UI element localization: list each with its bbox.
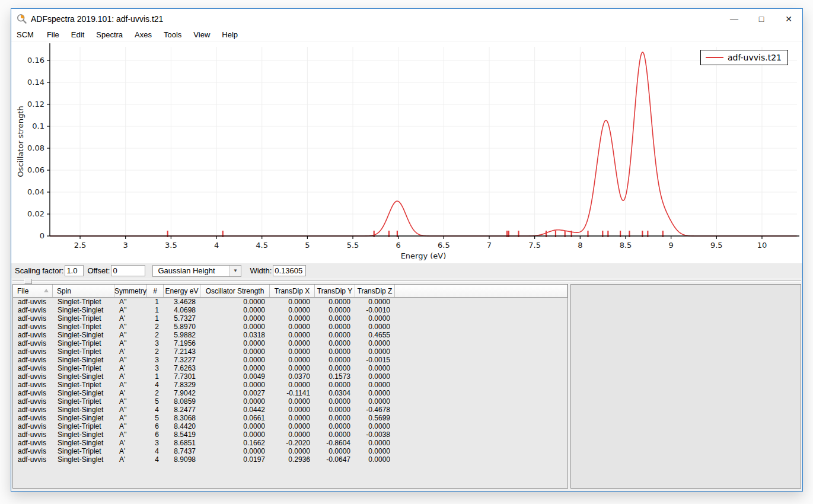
cell-energy-ev: 4.0698 <box>164 306 200 314</box>
column-header-symmetry[interactable]: Symmetry <box>114 285 147 297</box>
cell-energy-ev: 5.8970 <box>164 323 200 331</box>
cell-oscillator-strength: 0.0000 <box>200 298 270 306</box>
column-header--[interactable]: # <box>147 285 164 297</box>
minimize-button[interactable]: — <box>720 9 748 28</box>
column-header-spin[interactable]: Spin <box>53 285 114 297</box>
table-row[interactable]: adf-uvvisSinglet-TripletA'48.74370.00000… <box>13 447 567 455</box>
table-header-row: FileSpinSymmetry#Energy eVOscillator Str… <box>13 285 567 298</box>
cell-spin: Singlet-Triplet <box>53 339 114 347</box>
window-title: ADFspectra 2019.101: adf-uvvis.t21 <box>31 14 163 24</box>
cell--: 1 <box>147 372 164 381</box>
cell-spin: Singlet-Singlet <box>53 414 114 422</box>
table-row[interactable]: adf-uvvisSinglet-SingletA'48.90980.01970… <box>13 455 567 464</box>
close-button[interactable]: ✕ <box>775 9 802 28</box>
cell-file: adf-uvvis <box>13 447 53 455</box>
column-header-energy-ev[interactable]: Energy eV <box>164 285 200 297</box>
column-header-oscillator-strength[interactable]: Oscillator Strength <box>200 285 270 297</box>
offset-input[interactable] <box>111 265 145 276</box>
broadening-mode-combobox[interactable]: Gaussian Height ▼ <box>152 265 241 277</box>
width-input[interactable] <box>273 265 306 276</box>
cell-energy-ev: 8.6851 <box>164 439 200 447</box>
menu-item-view[interactable]: View <box>187 29 216 41</box>
axis-tick-label: 4 <box>214 241 219 250</box>
menu-item-tools[interactable]: Tools <box>158 29 187 41</box>
cell-transdip-z: 0.0000 <box>355 372 395 381</box>
table-row[interactable]: adf-uvvisSinglet-TripletA''25.89700.0000… <box>13 323 567 331</box>
table-row[interactable]: adf-uvvisSinglet-TripletA''47.83290.0000… <box>13 381 567 389</box>
desktop: ADFspectra 2019.101: adf-uvvis.t21 — □ ✕… <box>0 0 813 504</box>
table-row[interactable]: adf-uvvisSinglet-SingletA''37.32270.0000… <box>13 356 567 364</box>
title-bar[interactable]: ADFspectra 2019.101: adf-uvvis.t21 — □ ✕ <box>11 9 802 28</box>
menu-item-scm[interactable]: SCM <box>17 29 41 41</box>
cell-symmetry: A'' <box>114 356 147 364</box>
axis-tick-label: 3.5 <box>165 241 177 250</box>
table-row[interactable]: adf-uvvisSinglet-TripletA''68.44200.0000… <box>13 422 567 430</box>
cell-oscillator-strength: 0.0000 <box>200 339 270 347</box>
axis-tick-label: 8.5 <box>620 241 632 250</box>
axis-tick-label: 7.5 <box>528 241 541 250</box>
cell-symmetry: A'' <box>114 430 147 439</box>
table-row[interactable]: adf-uvvisSinglet-SingletA''48.24770.0442… <box>13 406 567 414</box>
cell-oscillator-strength: 0.0027 <box>200 389 270 397</box>
cell-spin: Singlet-Singlet <box>53 439 114 447</box>
menu-item-help[interactable]: Help <box>216 29 244 41</box>
table-row[interactable]: adf-uvvisSinglet-TripletA''37.19560.0000… <box>13 339 567 347</box>
cell-oscillator-strength: 0.0000 <box>200 364 270 372</box>
cell-energy-ev: 8.0859 <box>164 397 200 406</box>
column-header-transdip-z[interactable]: TransDip Z <box>355 285 395 297</box>
table-row[interactable]: adf-uvvisSinglet-TripletA'37.62630.00000… <box>13 364 567 372</box>
cell-transdip-y: 0.0000 <box>315 298 355 306</box>
axis-tick-label: 5 <box>305 241 310 250</box>
axis-tick-label: 0.1 <box>32 122 44 130</box>
chevron-down-icon[interactable]: ▼ <box>229 266 241 276</box>
table-row[interactable]: adf-uvvisSinglet-SingletA'27.90420.0027-… <box>13 389 567 397</box>
cell-transdip-z: 0.4655 <box>355 331 395 339</box>
menu-item-axes[interactable]: Axes <box>129 29 158 41</box>
cell-oscillator-strength: 0.0000 <box>200 397 270 406</box>
cell-energy-ev: 8.7437 <box>164 447 200 455</box>
cell-symmetry: A'' <box>114 323 147 331</box>
table-row[interactable]: adf-uvvisSinglet-SingletA''58.30680.0661… <box>13 414 567 422</box>
column-header-file[interactable]: File <box>13 285 53 297</box>
cell-file: adf-uvvis <box>13 455 53 464</box>
cell--: 3 <box>147 356 164 364</box>
table-row[interactable]: adf-uvvisSinglet-TripletA''13.46280.0000… <box>13 298 567 306</box>
cell-transdip-z: 0.0000 <box>355 455 395 464</box>
table-row[interactable]: adf-uvvisSinglet-SingletA'17.73010.00490… <box>13 372 567 381</box>
pane-splitter[interactable] <box>11 278 802 284</box>
menu-item-edit[interactable]: Edit <box>65 29 90 41</box>
table-row[interactable]: adf-uvvisSinglet-TripletA''58.08590.0000… <box>13 397 567 406</box>
cell-transdip-z: 0.0000 <box>355 447 395 455</box>
maximize-button[interactable]: □ <box>748 9 775 28</box>
cell--: 1 <box>147 298 164 306</box>
cell-spin: Singlet-Singlet <box>53 430 114 439</box>
cell-oscillator-strength: 0.0000 <box>200 347 270 356</box>
table-row[interactable]: adf-uvvisSinglet-TripletA'15.73270.00000… <box>13 314 567 323</box>
cell--: 2 <box>147 347 164 356</box>
axis-tick-label: 7 <box>487 241 492 250</box>
cell-transdip-y: 0.0304 <box>315 389 355 397</box>
menu-item-file[interactable]: File <box>41 29 65 41</box>
column-header-transdip-x[interactable]: TransDip X <box>270 285 315 297</box>
table-row[interactable]: adf-uvvisSinglet-SingletA''68.54190.0000… <box>13 430 567 439</box>
table-row[interactable]: adf-uvvisSinglet-SingletA''14.06980.0000… <box>13 306 567 314</box>
cell-spin: Singlet-Singlet <box>53 389 114 397</box>
cell-symmetry: A' <box>114 447 147 455</box>
cell-transdip-x: 0.0000 <box>270 331 315 339</box>
cell-energy-ev: 3.4628 <box>164 298 200 306</box>
cell-spin: Singlet-Singlet <box>53 372 114 381</box>
scaling-factor-label: Scaling factor: <box>15 266 63 275</box>
menu-item-spectra[interactable]: Spectra <box>90 29 129 41</box>
table-row[interactable]: adf-uvvisSinglet-SingletA'38.68510.1662-… <box>13 439 567 447</box>
cell--: 4 <box>147 381 164 389</box>
table-row[interactable]: adf-uvvisSinglet-TripletA'27.21430.00000… <box>13 347 567 356</box>
splitter-handle[interactable] <box>24 279 32 284</box>
cell-oscillator-strength: 0.0318 <box>200 331 270 339</box>
cell-energy-ev: 7.3227 <box>164 356 200 364</box>
cell-file: adf-uvvis <box>13 331 53 339</box>
cell-transdip-y: 0.0000 <box>315 331 355 339</box>
axis-tick-label: 3 <box>123 241 128 250</box>
column-header-transdip-y[interactable]: TransDip Y <box>315 285 355 297</box>
scaling-factor-input[interactable] <box>65 265 84 276</box>
table-row[interactable]: adf-uvvisSinglet-SingletA''25.98820.0318… <box>13 331 567 339</box>
